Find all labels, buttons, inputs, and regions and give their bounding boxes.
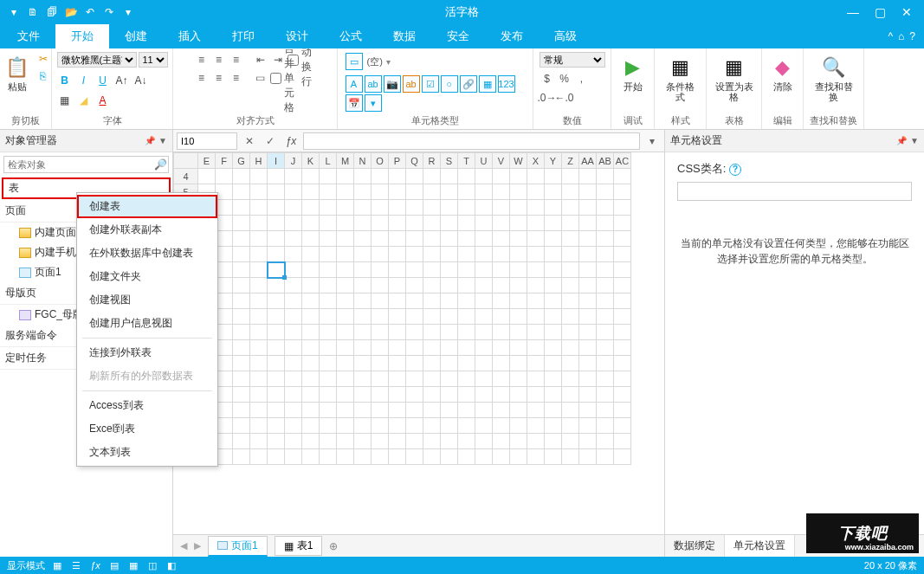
qat-open-icon[interactable]: 📂 [64, 5, 78, 19]
qat-more-icon[interactable]: ▾ [121, 5, 135, 19]
ct-10-icon[interactable]: 📅 [346, 94, 363, 112]
tab-create[interactable]: 创建 [109, 24, 163, 48]
font-size-select[interactable]: 11 [139, 52, 168, 68]
fx-icon[interactable]: ƒx [282, 132, 300, 150]
ribbon-collapse-icon[interactable]: ^ [888, 30, 893, 42]
tab-data[interactable]: 数据 [378, 24, 431, 48]
ct-2-icon[interactable]: ab [365, 75, 382, 93]
maximize-icon[interactable]: ▢ [875, 5, 886, 19]
qat-saveall-icon[interactable]: 🗐 [45, 5, 59, 19]
sb-icon-7[interactable]: ◧ [165, 559, 178, 571]
context-menu-item[interactable]: Access到表 [77, 394, 217, 417]
sb-icon-2[interactable]: ☰ [69, 559, 83, 571]
fill-color-icon[interactable]: ◢ [76, 94, 92, 107]
name-box[interactable]: I10 [177, 132, 237, 150]
grow-font-icon[interactable]: A↑ [114, 74, 130, 87]
formula-expand-icon[interactable]: ▾ [643, 132, 661, 150]
number-format-select[interactable]: 常规 [540, 52, 605, 68]
context-menu-item[interactable]: 文本到表 [77, 441, 217, 464]
ct-6-icon[interactable]: ○ [441, 75, 458, 93]
tab-security[interactable]: 安全 [431, 24, 485, 48]
tab-formula[interactable]: 公式 [324, 24, 378, 48]
panel-dropdown-icon[interactable]: ▼ [158, 136, 167, 145]
tab-insert[interactable]: 插入 [163, 24, 216, 48]
bold-icon[interactable]: B [57, 74, 73, 87]
sb-icon-4[interactable]: ▤ [107, 559, 121, 571]
search-input[interactable] [4, 159, 152, 170]
merge-icon[interactable]: ▭ [253, 70, 268, 86]
inc-decimal-icon[interactable]: .0→ [540, 90, 555, 106]
ct-3-icon[interactable]: 📷 [384, 75, 401, 93]
spreadsheet-grid[interactable]: EFGHIJKLMNOPQRSTUVWXYZAAABAC456789101112… [173, 152, 631, 465]
context-menu-item[interactable]: Excel到表 [77, 417, 217, 441]
cut-icon[interactable]: ✂ [36, 52, 50, 66]
tab-design[interactable]: 设计 [270, 24, 324, 48]
pin-icon[interactable]: 📌 [145, 136, 155, 145]
clear-icon[interactable]: ◆ [769, 54, 797, 81]
qat-redo-icon[interactable]: ↷ [102, 5, 116, 19]
tab-print[interactable]: 打印 [216, 24, 270, 48]
celltype-dropdown-icon[interactable]: ▾ [386, 57, 391, 67]
help-icon[interactable]: ? [909, 30, 915, 42]
close-icon[interactable]: ✕ [901, 5, 912, 19]
indent-dec-icon[interactable]: ⇤ [253, 52, 268, 68]
align-middle-icon[interactable]: ≡ [211, 52, 227, 68]
sheet-prev-icon[interactable]: ◀ [180, 540, 187, 551]
italic-icon[interactable]: I [76, 74, 92, 87]
align-left-icon[interactable]: ≡ [194, 70, 210, 86]
align-top-icon[interactable]: ≡ [194, 52, 210, 68]
cancel-formula-icon[interactable]: ✕ [241, 132, 258, 150]
formula-input[interactable] [303, 132, 640, 150]
start-icon[interactable]: ▶ [619, 54, 647, 81]
underline-icon[interactable]: U [95, 74, 111, 87]
ct-7-icon[interactable]: 🔗 [460, 75, 477, 93]
align-bottom-icon[interactable]: ≡ [229, 52, 244, 68]
sb-icon-1[interactable]: ▦ [50, 559, 64, 571]
align-right-icon[interactable]: ≡ [229, 70, 244, 86]
context-menu-item[interactable]: 创建表 [77, 195, 217, 218]
percent-icon[interactable]: % [557, 71, 572, 87]
align-center-icon[interactable]: ≡ [211, 70, 227, 86]
qat-new-icon[interactable]: ▾ [7, 5, 21, 19]
tab-start[interactable]: 开始 [55, 24, 109, 48]
copy-icon[interactable]: ⎘ [36, 69, 50, 83]
context-menu-item[interactable]: 创建外联表副本 [77, 218, 217, 242]
settable-icon[interactable]: ▦ [720, 54, 748, 81]
sb-icon-5[interactable]: ▦ [126, 559, 140, 571]
panel-dropdown-icon[interactable]: ▼ [910, 136, 919, 145]
minimize-icon[interactable]: — [847, 5, 859, 19]
tab-publish[interactable]: 发布 [485, 24, 539, 48]
border-icon[interactable]: ▦ [57, 94, 73, 107]
ct-more-icon[interactable]: ▾ [365, 94, 382, 112]
context-menu-item[interactable]: 连接到外联表 [77, 341, 217, 364]
qat-undo-icon[interactable]: ↶ [83, 5, 97, 19]
font-color-icon[interactable]: A [95, 94, 111, 107]
find-icon[interactable]: 🔍 [820, 54, 848, 81]
accept-formula-icon[interactable]: ✓ [262, 132, 279, 150]
context-menu-item[interactable]: 创建文件夹 [77, 265, 217, 288]
ct-1-icon[interactable]: A [346, 75, 363, 93]
merge-cells-checkbox[interactable]: 合并单元格 [270, 70, 300, 86]
sb-icon-6[interactable]: ◫ [145, 559, 159, 571]
context-menu-item[interactable]: 在外联数据库中创建表 [77, 242, 217, 265]
rp-tab-databind[interactable]: 数据绑定 [665, 535, 725, 557]
context-menu-item[interactable]: 创建视图 [77, 288, 217, 312]
ct-8-icon[interactable]: ▦ [479, 75, 496, 93]
ct-9-icon[interactable]: 123 [498, 75, 515, 93]
context-menu-item[interactable]: 创建用户信息视图 [77, 312, 217, 335]
sheet-tab-page1[interactable]: 页面1 [208, 536, 268, 557]
search-icon[interactable]: 🔎 [152, 158, 168, 171]
home-icon[interactable]: ⌂ [898, 30, 904, 42]
sheet-add-icon[interactable]: ⊕ [329, 540, 338, 552]
sheet-tab-table1[interactable]: ▦表1 [275, 536, 323, 556]
font-family-select[interactable]: 微软雅黑(主题字 [57, 52, 137, 68]
condfmt-icon[interactable]: ▦ [667, 54, 695, 81]
tab-file[interactable]: 文件 [2, 24, 55, 48]
qat-save-icon[interactable]: 🗎 [26, 5, 40, 19]
ct-5-icon[interactable]: ☑ [422, 75, 439, 93]
currency-icon[interactable]: $ [540, 71, 555, 87]
comma-icon[interactable]: , [574, 71, 590, 87]
pin-icon[interactable]: 📌 [896, 136, 907, 145]
rp-tab-cellsettings[interactable]: 单元格设置 [725, 535, 795, 557]
celltype-empty-icon[interactable]: ▭ [346, 53, 363, 70]
